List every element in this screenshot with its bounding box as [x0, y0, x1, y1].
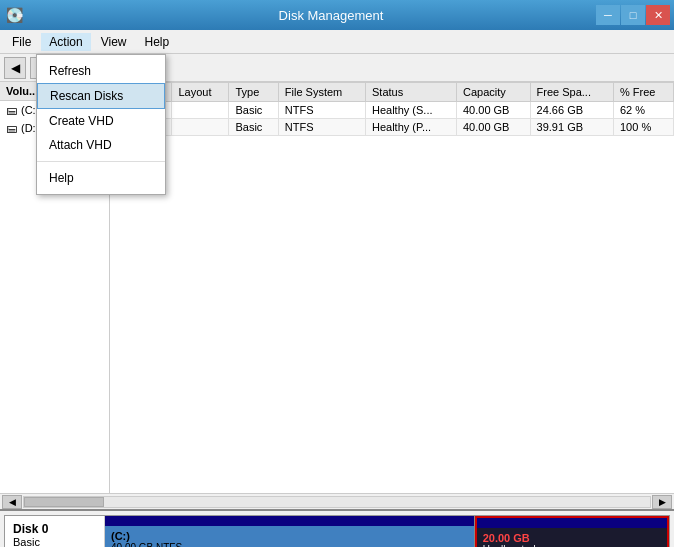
- cell-status-0: Healthy (S...: [366, 102, 457, 119]
- back-button[interactable]: ◀: [4, 57, 26, 79]
- disk-0-bar-container: (C:) 40.00 GB NTFS Healthy (System, Boot…: [105, 516, 669, 547]
- col-capacity: Capacity: [456, 83, 530, 102]
- cell-type-1: Basic: [229, 119, 278, 136]
- minimize-button[interactable]: ─: [596, 5, 620, 25]
- window-title: Disk Management: [66, 8, 596, 23]
- disk-0-name: Disk 0: [13, 522, 96, 536]
- cell-capacity-1: 40.00 GB: [456, 119, 530, 136]
- title-bar: 💽 Disk Management ─ □ ✕: [0, 0, 674, 30]
- scroll-left[interactable]: ◀: [2, 495, 22, 509]
- action-dropdown: Refresh Rescan Disks Create VHD Attach V…: [36, 54, 166, 195]
- menu-view[interactable]: View: [93, 33, 135, 51]
- dropdown-refresh[interactable]: Refresh: [37, 59, 165, 83]
- cell-fs-1: NTFS: [278, 119, 365, 136]
- dropdown-help[interactable]: Help: [37, 166, 165, 190]
- dropdown-create-vhd[interactable]: Create VHD: [37, 109, 165, 133]
- col-free: Free Spa...: [530, 83, 613, 102]
- scroll-right[interactable]: ▶: [652, 495, 672, 509]
- dropdown-attach-vhd[interactable]: Attach VHD: [37, 133, 165, 157]
- cell-free-1: 39.91 GB: [530, 119, 613, 136]
- disk-view-area: Disk 0 Basic 60.00 GB Online (C:) 40.00 …: [0, 509, 674, 547]
- cell-type-0: Basic: [229, 102, 278, 119]
- disk-0-type: Basic: [13, 536, 96, 547]
- menu-bar: File Action View Help: [0, 30, 674, 54]
- disk-0-partitions: (C:) 40.00 GB NTFS Healthy (System, Boot…: [105, 516, 669, 547]
- cell-pct-0: 62 %: [613, 102, 673, 119]
- menu-file[interactable]: File: [4, 33, 39, 51]
- disk-0-ntfs-size: 40.00 GB NTFS: [111, 542, 468, 547]
- scroll-track[interactable]: [23, 496, 651, 508]
- table-row[interactable]: (D:) Basic NTFS Healthy (P... 40.00 GB 3…: [111, 119, 674, 136]
- col-fs: File System: [278, 83, 365, 102]
- disk-0-info: Disk 0 Basic 60.00 GB Online: [5, 516, 105, 547]
- h-scroll-bar[interactable]: ◀ ▶: [0, 493, 674, 509]
- dropdown-divider: [37, 161, 165, 162]
- disk-0-ntfs-header: [105, 516, 474, 526]
- col-layout: Layout: [172, 83, 229, 102]
- menu-help[interactable]: Help: [137, 33, 178, 51]
- col-pctfree: % Free: [613, 83, 673, 102]
- col-status: Status: [366, 83, 457, 102]
- scroll-thumb[interactable]: [24, 497, 104, 507]
- cell-layout-0: [172, 102, 229, 119]
- col-type: Type: [229, 83, 278, 102]
- disk-0-ntfs-partition[interactable]: (C:) 40.00 GB NTFS Healthy (System, Boot…: [105, 516, 475, 547]
- close-button[interactable]: ✕: [646, 5, 670, 25]
- cell-free-0: 24.66 GB: [530, 102, 613, 119]
- disk-0-row: Disk 0 Basic 60.00 GB Online (C:) 40.00 …: [4, 515, 670, 547]
- volume-table: Volume Layout Type File System Status Ca…: [110, 82, 674, 136]
- cell-pct-1: 100 %: [613, 119, 673, 136]
- table-row[interactable]: (C:) Basic NTFS Healthy (S... 40.00 GB 2…: [111, 102, 674, 119]
- disk-0-unalloc-size: 20.00 GB: [483, 532, 661, 544]
- disk-0-unalloc-header: [477, 518, 667, 528]
- disk-icon-d: 🖴: [6, 122, 17, 134]
- cell-status-1: Healthy (P...: [366, 119, 457, 136]
- disk-0-ntfs-label: (C:): [111, 530, 468, 542]
- disk-0-unalloc-partition[interactable]: 20.00 GB Unallocated: [475, 516, 669, 547]
- dropdown-rescan[interactable]: Rescan Disks: [37, 83, 165, 109]
- maximize-button[interactable]: □: [621, 5, 645, 25]
- cell-fs-0: NTFS: [278, 102, 365, 119]
- window-controls: ─ □ ✕: [596, 5, 670, 25]
- right-panel: Volume Layout Type File System Status Ca…: [110, 82, 674, 493]
- menu-action[interactable]: Action: [41, 33, 90, 51]
- disk-icon-c: 🖴: [6, 104, 17, 116]
- cell-layout-1: [172, 119, 229, 136]
- cell-capacity-0: 40.00 GB: [456, 102, 530, 119]
